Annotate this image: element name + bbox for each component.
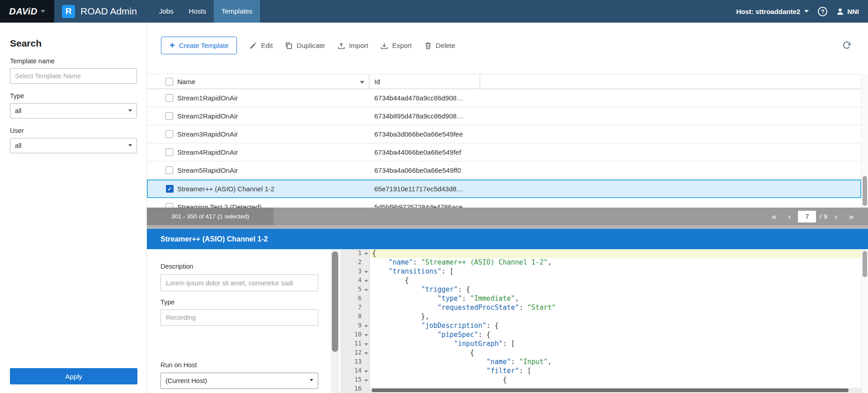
row-checkbox[interactable] (165, 130, 173, 138)
duplicate-label: Duplicate (297, 42, 325, 49)
table-row[interactable]: Stream2RapidOnAir 6734b895d478a9cc86d908… (147, 107, 861, 125)
run-on-host-select[interactable]: (Current Host) (160, 373, 318, 389)
scroll-thumb[interactable] (863, 251, 867, 277)
duplicate-button[interactable]: Duplicate (285, 42, 325, 50)
road-admin-screen: DAViD R ROAD Admin JobsHostsTemplates Ho… (0, 0, 868, 393)
fold-toggle-icon[interactable] (364, 379, 368, 382)
next-page-button[interactable]: › (835, 213, 837, 221)
apply-button[interactable]: Apply (10, 368, 137, 384)
code-line[interactable]: "inputGraph": [ (370, 340, 861, 349)
type-select[interactable]: all (10, 103, 137, 118)
description-label: Description (160, 263, 193, 270)
import-label: Import (349, 42, 368, 49)
scroll-thumb[interactable] (372, 388, 849, 392)
create-template-button[interactable]: + Create Template (161, 37, 237, 54)
road-logo: R (62, 5, 75, 18)
user-menu[interactable]: NNI (836, 8, 859, 15)
last-page-button[interactable]: » (849, 213, 854, 221)
json-editor[interactable]: 12345678910111213141516 { "name": "Strea… (340, 249, 861, 393)
table-row[interactable]: Streamer++ (ASIO) Channel 1-2 65e71910e1… (147, 180, 861, 198)
fold-toggle-icon[interactable] (364, 280, 368, 282)
row-checkbox[interactable] (166, 185, 174, 193)
code-line[interactable]: { (370, 376, 861, 385)
column-divider (369, 74, 369, 89)
code-line[interactable]: "filter": [ (370, 367, 861, 376)
nav-tab-templates[interactable]: Templates (214, 0, 260, 23)
table-header: Name Id (147, 74, 861, 89)
scroll-thumb[interactable] (863, 176, 867, 206)
gutter-line-number: 2 (340, 258, 369, 267)
column-header-id[interactable]: Id (374, 74, 380, 89)
detail-type-label: Type (160, 298, 175, 306)
nav-tab-jobs[interactable]: Jobs (151, 0, 181, 23)
nav-tab-hosts[interactable]: Hosts (181, 0, 214, 23)
fold-toggle-icon[interactable] (364, 352, 368, 355)
fold-toggle-icon[interactable] (364, 325, 368, 327)
code-line[interactable]: "jobDescription": { (370, 322, 861, 331)
user-select[interactable]: all (10, 138, 137, 153)
edit-button[interactable]: Edit (249, 42, 273, 50)
user-select-wrap: all (10, 138, 137, 153)
panel-splitter[interactable] (147, 225, 868, 229)
delete-button[interactable]: Delete (424, 42, 455, 50)
row-id: 65e71910e11717ec5d43d8… (374, 180, 463, 197)
export-button[interactable]: Export (380, 42, 411, 50)
code-line[interactable]: "name": "Input", (370, 358, 861, 367)
page-input[interactable] (798, 211, 816, 223)
create-template-label: Create Template (179, 42, 229, 49)
table-row[interactable]: Streaming Test 2 (Detected) 5d5bf9b97257… (147, 198, 861, 208)
david-brand-menu[interactable]: DAViD (0, 0, 54, 23)
top-navbar: DAViD R ROAD Admin JobsHostsTemplates Ho… (0, 0, 868, 23)
scroll-thumb[interactable] (332, 251, 338, 352)
select-all-checkbox[interactable] (165, 78, 173, 85)
fold-toggle-icon[interactable] (364, 253, 368, 255)
description-input[interactable] (160, 275, 318, 291)
row-checkbox[interactable] (165, 94, 173, 102)
fold-toggle-icon[interactable] (364, 289, 368, 291)
row-checkbox[interactable] (165, 148, 173, 156)
row-checkbox[interactable] (165, 203, 173, 208)
first-page-button[interactable]: « (772, 213, 776, 221)
fold-toggle-icon[interactable] (364, 271, 368, 273)
gutter-line-number: 5 (340, 285, 369, 294)
row-id: 5d5bf9b97257284de4786ace… (374, 198, 469, 208)
host-selector[interactable]: Host: sttroaddante2 (736, 8, 809, 15)
code-line[interactable]: "type": "Immediate", (370, 294, 861, 303)
fold-toggle-icon[interactable] (364, 370, 368, 373)
table-scrollbar[interactable] (861, 74, 868, 208)
prev-page-button[interactable]: ‹ (788, 213, 791, 221)
code-line[interactable]: "requestedProcState": "Start" (370, 303, 861, 313)
column-header-name[interactable]: Name (177, 74, 195, 89)
row-checkbox[interactable] (165, 166, 173, 174)
table-row[interactable]: Stream5RapidOnAir 6734ba4a066be0a66e549f… (147, 161, 861, 180)
table-row[interactable]: Stream3RapidOnAir 6734ba3d066be0a66e549f… (147, 125, 861, 143)
code-line[interactable]: "transitions": [ (370, 267, 861, 276)
fold-toggle-icon[interactable] (364, 334, 368, 336)
code-line[interactable]: { (370, 249, 861, 258)
code-line[interactable]: }, (370, 313, 861, 322)
gutter-line-number: 1 (340, 249, 369, 258)
pagination-bar: 301 - 350 of 417 (1 selected) « ‹ / 9 › … (147, 208, 868, 225)
code-line[interactable]: { (370, 349, 861, 358)
refresh-button[interactable] (842, 40, 852, 50)
table-row[interactable]: Stream4RapidOnAir 6734ba44066be0a66e549f… (147, 143, 861, 161)
fold-toggle-icon[interactable] (364, 343, 368, 346)
row-checkbox[interactable] (165, 112, 173, 120)
editor-code[interactable]: { "name": "Streamer++ (ASIO) Channel 1-2… (370, 249, 861, 393)
column-menu-icon[interactable] (360, 81, 364, 84)
detail-scrollbar[interactable] (331, 249, 339, 393)
template-name-label: Template name (10, 57, 137, 65)
code-line[interactable]: "name": "Streamer++ (ASIO) Channel 1-2", (370, 258, 861, 267)
help-button[interactable]: ? (818, 7, 827, 16)
code-line[interactable]: { (370, 276, 861, 285)
code-line[interactable]: "pipeSpec": { (370, 331, 861, 340)
import-button[interactable]: Import (337, 42, 368, 50)
editor-scrollbar[interactable] (861, 249, 868, 393)
gutter-line-number: 11 (340, 340, 369, 349)
main-nav: JobsHostsTemplates (151, 0, 260, 23)
editor-h-scrollbar[interactable] (370, 388, 861, 393)
table-row[interactable]: Stream1RapidOnAir 6734b44ad478a9cc86d908… (147, 89, 861, 107)
user-icon (836, 8, 844, 15)
template-name-input[interactable] (10, 68, 137, 84)
code-line[interactable]: "trigger": { (370, 285, 861, 294)
